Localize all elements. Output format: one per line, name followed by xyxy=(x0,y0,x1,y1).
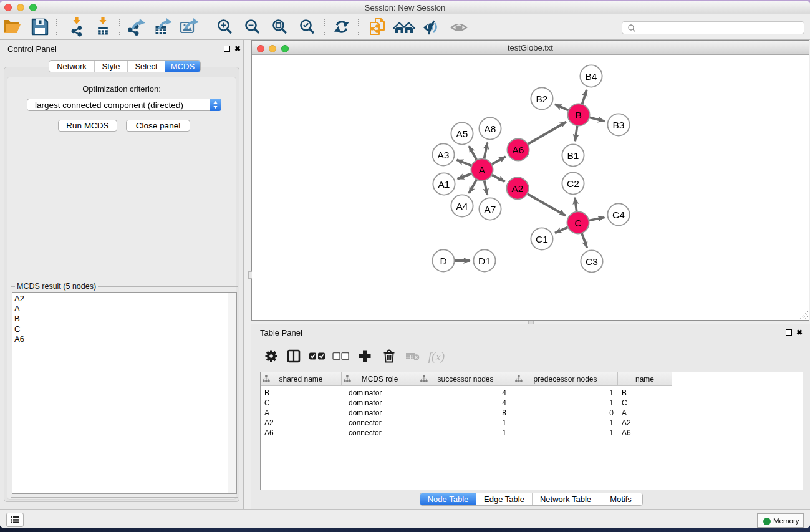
svg-text:A7: A7 xyxy=(485,204,496,215)
svg-text:A8: A8 xyxy=(485,123,496,134)
svg-text:A: A xyxy=(479,165,486,175)
svg-text:B4: B4 xyxy=(586,71,597,82)
svg-text:A3: A3 xyxy=(438,150,450,160)
svg-text:C4: C4 xyxy=(612,210,625,220)
svg-text:B3: B3 xyxy=(613,120,625,130)
svg-text:C: C xyxy=(574,218,581,228)
svg-text:A2: A2 xyxy=(512,183,524,194)
svg-text:A5: A5 xyxy=(456,128,468,139)
svg-text:B: B xyxy=(576,110,582,120)
svg-text:D: D xyxy=(440,256,446,266)
svg-text:B2: B2 xyxy=(536,94,548,104)
svg-text:A4: A4 xyxy=(456,201,468,211)
svg-text:C3: C3 xyxy=(586,256,598,267)
svg-text:C2: C2 xyxy=(567,178,579,189)
svg-text:C1: C1 xyxy=(536,234,548,244)
svg-text:D1: D1 xyxy=(478,256,491,266)
svg-text:f(x): f(x) xyxy=(428,350,445,364)
svg-text:A6: A6 xyxy=(513,145,524,155)
svg-text:B1: B1 xyxy=(567,150,579,161)
svg-text:A1: A1 xyxy=(438,179,450,190)
